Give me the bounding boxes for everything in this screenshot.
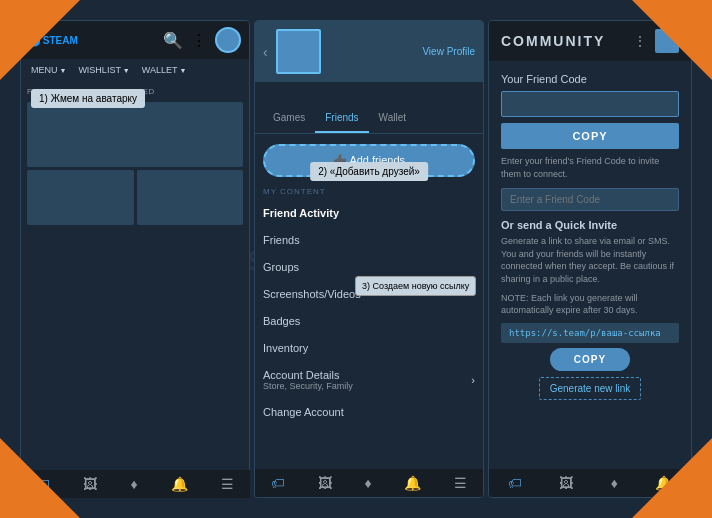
profile-tabs: Games Friends Wallet — [255, 104, 483, 134]
community-bottom-diamond[interactable]: ♦ — [611, 475, 618, 491]
nav-wallet[interactable]: WALLET — [138, 63, 191, 77]
profile-bottom-tag[interactable]: 🏷 — [271, 475, 285, 491]
bottom-icon-bell[interactable]: 🔔 — [171, 476, 188, 492]
quick-invite-note: NOTE: Each link you generate will automa… — [501, 292, 679, 317]
friend-code-section: Your Friend Code COPY Enter your friend'… — [489, 61, 691, 219]
quick-invite-title: Or send a Quick Invite — [501, 219, 679, 231]
menu-item-account[interactable]: Account Details Store, Security, Family … — [263, 362, 475, 399]
menu-item-change-account[interactable]: Change Account — [263, 399, 475, 426]
account-sub: Store, Security, Family — [263, 381, 353, 391]
copy-friend-code-button[interactable]: COPY — [501, 123, 679, 149]
community-panel: COMMUNITY ⋮ Your Friend Code COPY Enter … — [488, 20, 692, 498]
search-icon[interactable]: 🔍 — [163, 31, 183, 50]
steam-header-icons: 🔍 ⋮ — [163, 27, 241, 53]
back-button[interactable]: ‹ — [263, 44, 268, 60]
friend-code-input[interactable] — [501, 91, 679, 117]
tooltip-avatar: 1) Жмем на аватарку — [31, 89, 145, 108]
nav-menu[interactable]: MENU — [27, 63, 70, 77]
profile-popup: ‹ View Profile 2) «Добавить друзей» Game… — [254, 20, 484, 498]
community-more-icon[interactable]: ⋮ — [633, 33, 647, 49]
profile-bottom-image[interactable]: 🖼 — [318, 475, 332, 491]
tab-games[interactable]: Games — [263, 104, 315, 133]
friend-code-title: Your Friend Code — [501, 73, 679, 85]
bottom-icon-diamond[interactable]: ♦ — [130, 476, 137, 492]
friend-code-help: Enter your friend's Friend Code to invit… — [501, 155, 679, 180]
popup-header: ‹ View Profile — [255, 21, 483, 82]
quick-invite-desc: Generate a link to share via email or SM… — [501, 235, 679, 285]
menu-item-badges[interactable]: Badges — [263, 308, 475, 335]
profile-bottom-bell[interactable]: 🔔 — [404, 475, 421, 491]
tooltip-new-link: 3) Создаем новую ссылку — [355, 276, 476, 296]
community-bottom-tag[interactable]: 🏷 — [508, 475, 522, 491]
profile-bottom-menu[interactable]: ☰ — [454, 475, 467, 491]
profile-bottom-diamond[interactable]: ♦ — [364, 475, 371, 491]
profile-avatar — [276, 29, 321, 74]
enter-friend-code-input[interactable] — [501, 188, 679, 211]
bottom-icon-image[interactable]: 🖼 — [83, 476, 97, 492]
tab-friends[interactable]: Friends — [315, 104, 368, 133]
tooltip-add-friends: 2) «Добавить друзей» — [310, 162, 428, 181]
featured-images — [27, 102, 243, 225]
profile-bottom-bar: 🏷 🖼 ♦ 🔔 ☰ — [255, 469, 483, 497]
account-label: Account Details — [263, 369, 353, 381]
avatar[interactable] — [215, 27, 241, 53]
steam-panel: ⬤ STEAM 🔍 ⋮ 1) Жмем на аватарку MENU WIS… — [20, 20, 250, 498]
copy-invite-button[interactable]: COPY — [550, 348, 630, 371]
quick-invite-section: Or send a Quick Invite Generate a link t… — [489, 219, 691, 408]
invite-link-url: https://s.team/p/ваша-ссылка — [501, 323, 679, 343]
menu-item-friend-activity[interactable]: Friend Activity — [263, 200, 475, 227]
menu-items: Friend Activity Friends Groups Screensho… — [255, 200, 483, 426]
arrow-icon: › — [471, 374, 475, 386]
main-container: ⬤ STEAM 🔍 ⋮ 1) Жмем на аватарку MENU WIS… — [20, 20, 692, 498]
nav-wishlist[interactable]: WISHLIST — [74, 63, 133, 77]
featured-img-main — [27, 102, 243, 167]
more-icon[interactable]: ⋮ — [191, 31, 207, 50]
view-profile-button[interactable]: View Profile — [422, 46, 475, 57]
steam-header: ⬤ STEAM 🔍 ⋮ — [21, 21, 249, 59]
featured-img-1 — [27, 170, 134, 225]
tab-wallet[interactable]: Wallet — [369, 104, 416, 133]
menu-item-friends[interactable]: Friends — [263, 227, 475, 254]
steam-nav: MENU WISHLIST WALLET — [21, 59, 249, 81]
featured-img-2 — [137, 170, 244, 225]
bottom-icon-menu[interactable]: ☰ — [221, 476, 234, 492]
community-title: COMMUNITY — [501, 33, 605, 49]
generate-link-button[interactable]: Generate new link — [539, 377, 642, 400]
my-content-label: MY CONTENT — [255, 187, 483, 196]
community-bottom-image[interactable]: 🖼 — [559, 475, 573, 491]
menu-item-inventory[interactable]: Inventory — [263, 335, 475, 362]
